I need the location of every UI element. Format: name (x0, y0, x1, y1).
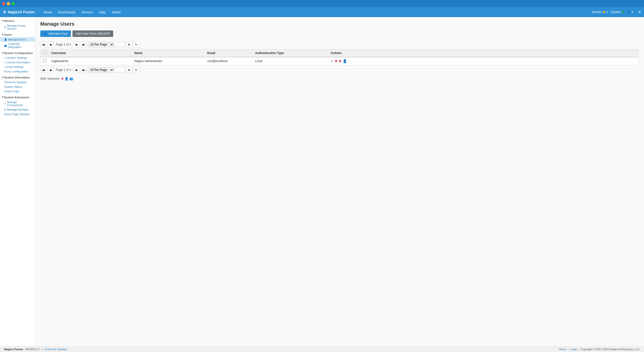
footer-bullet: • (42, 348, 43, 351)
bottom-next-page-button[interactable]: ▶ (74, 67, 80, 73)
bottom-refresh-button[interactable]: ↻ (133, 67, 139, 73)
close-button[interactable] (2, 2, 5, 5)
chevron-down-icon-users: ▾ (2, 33, 4, 36)
cell-email: root@localhost (205, 57, 253, 65)
bottom-per-page-select[interactable]: 10 Per Page25 Per Page50 Per Page100 Per… (88, 67, 114, 73)
edit-icon[interactable]: ✏ (331, 59, 334, 63)
ldap-icon: 👥 (4, 44, 7, 47)
hamburger-menu[interactable]: ≡ (638, 10, 641, 15)
sidebar-item-ldap[interactable]: 👥 LDAP/AD Integration (0, 42, 35, 49)
sidebar-section-system-config[interactable]: ▾ System Configuration (0, 49, 35, 56)
cell-actions: ✏ ✖ ✖ 👤 (328, 57, 639, 65)
user-plus-icon: 👤 (44, 32, 47, 35)
sidebar-item-proxy-config[interactable]: Proxy Configuration (0, 69, 35, 74)
sidebar-section-system-ext[interactable]: ▾ System Extensions (0, 94, 35, 100)
nav-help[interactable]: Help (96, 9, 108, 15)
sidebar-item-manage-fused-servers[interactable]: ⊟ Manage Fused Servers (0, 23, 35, 31)
cell-auth-type: Local (253, 57, 328, 65)
sidebar-item-check-updates[interactable]: Check for Updates (0, 80, 35, 84)
sidebar-section-users[interactable]: ▾ Users (0, 31, 35, 37)
nav-dashboards[interactable]: Dashboards (55, 9, 78, 15)
brand-icon: ⚙ (3, 10, 6, 14)
user-dropdown-arrow: ▾ (632, 10, 633, 14)
layout: ▾ Servers ⊟ Manage Fused Servers ▾ Users… (0, 17, 644, 346)
page-info: Page 1 of 1 (56, 43, 71, 46)
settings-icon-button[interactable]: ⚙ (126, 41, 132, 48)
nav-right: Servers 1 System 👤 ▾ ≡ (592, 10, 641, 15)
servers-label: Servers (592, 10, 602, 14)
user-menu[interactable]: 👤 ▾ (627, 10, 633, 14)
col-header-name: Name (132, 49, 205, 57)
bottom-page-jump-input[interactable] (115, 67, 125, 72)
bottom-prev-page-button[interactable]: ◀ (47, 67, 53, 73)
settings-icon: ⊙ (4, 57, 6, 59)
table-row: nagiosadmin Nagios Administrator root@lo… (41, 57, 639, 65)
minimize-button[interactable] (7, 2, 10, 5)
bottom-first-page-button[interactable]: |◀ (40, 67, 46, 73)
users-table: Username Name Email Authentication Type … (41, 49, 639, 65)
sidebar-item-system-status[interactable]: System Status (0, 84, 35, 89)
maximize-button[interactable] (12, 2, 15, 5)
top-navigation: ⚙ Nagios® Fusion Views Dashboards Server… (0, 7, 644, 17)
bulk-user-icon[interactable]: 👤 (65, 77, 68, 80)
license-icon: ▪ (4, 61, 5, 64)
components-icon: ⊙ (4, 102, 6, 105)
footer-sep1: | (568, 348, 569, 351)
bulk-delete-icon[interactable]: ✖ (61, 77, 64, 80)
page-jump-input[interactable] (115, 42, 125, 47)
sidebar-item-manage-components[interactable]: ⊙ Manage Components (0, 100, 35, 107)
add-user-ad-button[interactable]: Add User From AD/LDAP (72, 30, 113, 37)
servers-count: 1 (606, 10, 608, 14)
server-icon: ⊟ (4, 26, 6, 29)
bulk-user2-icon[interactable]: 👥 (69, 77, 73, 80)
per-page-select[interactable]: 10 Per Page25 Per Page50 Per Page100 Per… (88, 42, 114, 47)
footer-check-updates-link[interactable]: Check for Updates (45, 348, 67, 351)
main-content: Manage Users 👤 Add New User Add User Fro… (35, 17, 644, 346)
last-page-button[interactable]: ▶| (81, 41, 87, 48)
sidebar-item-fusion-logs[interactable]: Fusion Logs (0, 89, 35, 94)
system-status-dot (622, 11, 624, 13)
lock-icon[interactable]: ✖ (339, 59, 342, 63)
chevron-down-icon-sysconfig: ▾ (2, 51, 4, 55)
sidebar-item-manage-users[interactable]: 👤 Manage Users (0, 37, 35, 42)
add-new-user-button[interactable]: 👤 Add New User (40, 30, 71, 37)
sidebar-section-system-info[interactable]: ▾ System Information (0, 74, 35, 80)
bottom-settings-icon-button[interactable]: ⚙ (126, 67, 132, 73)
footer-sep2: | (578, 348, 579, 351)
footer-brand: Nagios Fusion (4, 348, 23, 351)
footer-legal-link[interactable]: Legal (570, 348, 577, 351)
select-all-checkbox[interactable] (43, 51, 46, 54)
sidebar-item-home-page-defaults[interactable]: Home Page Defaults (0, 112, 35, 116)
prev-page-button[interactable]: ◀ (47, 41, 53, 48)
footer-version: 2024R1.0.2 (25, 348, 39, 351)
nav-links: Views Dashboards Servers Help Admin (41, 9, 592, 15)
user-action-icon[interactable]: 👤 (343, 59, 347, 63)
nav-servers[interactable]: Servers (79, 9, 95, 15)
dashlets-icon: ⊟ (4, 108, 6, 111)
delete-icon[interactable]: ✖ (335, 59, 338, 63)
footer-about-link[interactable]: About (559, 348, 566, 351)
system-status[interactable]: System (611, 10, 624, 14)
chevron-down-icon: ▾ (2, 19, 4, 22)
users-table-container: Username Name Email Authentication Type … (40, 49, 639, 65)
sidebar-item-email-settings[interactable]: ▪ Email Settings (0, 65, 35, 69)
footer-copyright: Copyright © 2017-2024 Nagios Enterprises… (581, 348, 640, 351)
refresh-button[interactable]: ↻ (133, 41, 139, 48)
footer: Nagios Fusion 2024R1.0.2 • Check for Upd… (0, 346, 644, 352)
next-page-button[interactable]: ▶ (74, 41, 80, 48)
sidebar-item-license[interactable]: ▪ License Information (0, 60, 35, 65)
sidebar-item-system-settings[interactable]: ⊙ System Settings (0, 56, 35, 60)
nav-admin[interactable]: Admin (109, 9, 124, 15)
nav-views[interactable]: Views (41, 9, 54, 15)
first-page-button[interactable]: |◀ (40, 41, 46, 48)
row-checkbox[interactable] (43, 59, 46, 62)
sidebar-item-manage-dashlets[interactable]: ⊟ Manage Dashlets (0, 107, 35, 112)
sidebar-section-servers[interactable]: ▾ Servers (0, 17, 35, 23)
bottom-pagination-bar: |◀ ◀ Page 1 of 1 ▶ ▶| 10 Per Page25 Per … (40, 65, 639, 74)
bottom-page-info: Page 1 of 1 (56, 68, 71, 72)
servers-status[interactable]: Servers 1 (592, 10, 608, 14)
brand-logo[interactable]: ⚙ Nagios® Fusion (3, 10, 35, 14)
bottom-last-page-button[interactable]: ▶| (81, 67, 87, 73)
cell-name: Nagios Administrator (132, 57, 205, 65)
col-header-actions: Actions (328, 49, 639, 57)
